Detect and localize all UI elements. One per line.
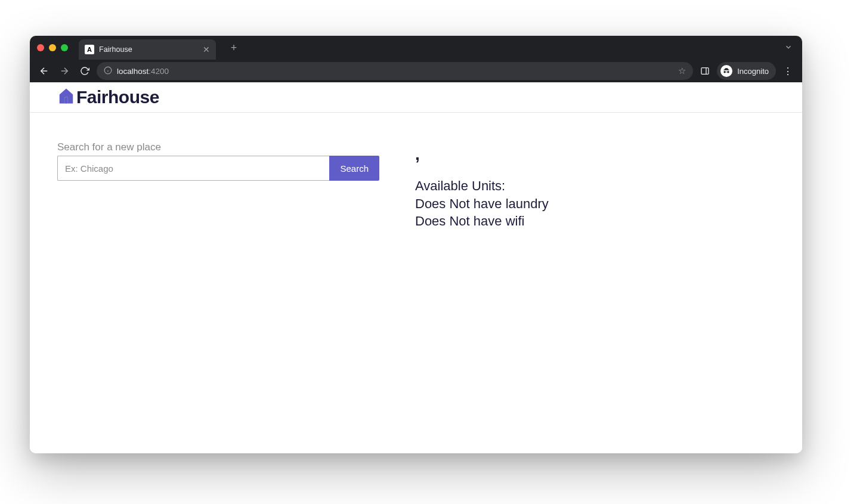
site-info-icon[interactable] <box>104 66 112 76</box>
maximize-window-button[interactable] <box>61 44 68 51</box>
incognito-label: Incognito <box>737 67 769 76</box>
browser-menu-button[interactable]: ⋮ <box>780 66 796 77</box>
tab-overflow-button[interactable] <box>784 43 793 53</box>
minimize-window-button[interactable] <box>49 44 56 51</box>
titlebar: A Fairhouse ✕ + <box>30 36 802 60</box>
page-viewport: Fairhouse Search for a new place Search … <box>30 82 802 453</box>
side-panel-button[interactable] <box>697 66 713 76</box>
house-icon <box>57 86 75 109</box>
reload-button[interactable] <box>76 63 93 79</box>
window-controls <box>37 44 68 51</box>
bookmark-button[interactable]: ☆ <box>678 66 686 76</box>
app-header: Fairhouse <box>30 82 802 113</box>
search-section: Search for a new place Search <box>57 141 379 230</box>
search-button[interactable]: Search <box>329 156 379 181</box>
address-bar[interactable]: localhost:4200 ☆ <box>97 62 693 80</box>
browser-tab[interactable]: A Fairhouse ✕ <box>79 39 216 60</box>
search-label: Search for a new place <box>57 141 379 153</box>
browser-window: A Fairhouse ✕ + localhost:4200 ☆ <box>30 36 802 453</box>
search-input[interactable] <box>57 156 329 181</box>
incognito-indicator[interactable]: Incognito <box>717 62 776 80</box>
close-window-button[interactable] <box>37 44 44 51</box>
listing-details: , Available Units: Does Not have laundry… <box>415 141 549 230</box>
main-content: Search for a new place Search , Availabl… <box>30 113 802 259</box>
tab-title: Fairhouse <box>99 45 198 54</box>
tab-favicon: A <box>85 45 94 54</box>
url-host: localhost:4200 <box>117 67 169 76</box>
available-units-line: Available Units: <box>415 177 549 195</box>
close-tab-button[interactable]: ✕ <box>203 45 210 54</box>
incognito-icon <box>720 65 732 77</box>
svg-rect-8 <box>65 97 68 104</box>
browser-toolbar: localhost:4200 ☆ Incognito ⋮ <box>30 60 802 82</box>
wifi-line: Does Not have wifi <box>415 212 549 230</box>
new-tab-button[interactable]: + <box>225 42 242 54</box>
brand-name: Fairhouse <box>76 87 159 107</box>
laundry-line: Does Not have laundry <box>415 195 549 213</box>
back-button[interactable] <box>36 63 52 79</box>
search-form: Search <box>57 156 379 181</box>
svg-rect-5 <box>701 68 709 75</box>
forward-button[interactable] <box>56 63 73 79</box>
listing-location: , <box>415 146 549 163</box>
